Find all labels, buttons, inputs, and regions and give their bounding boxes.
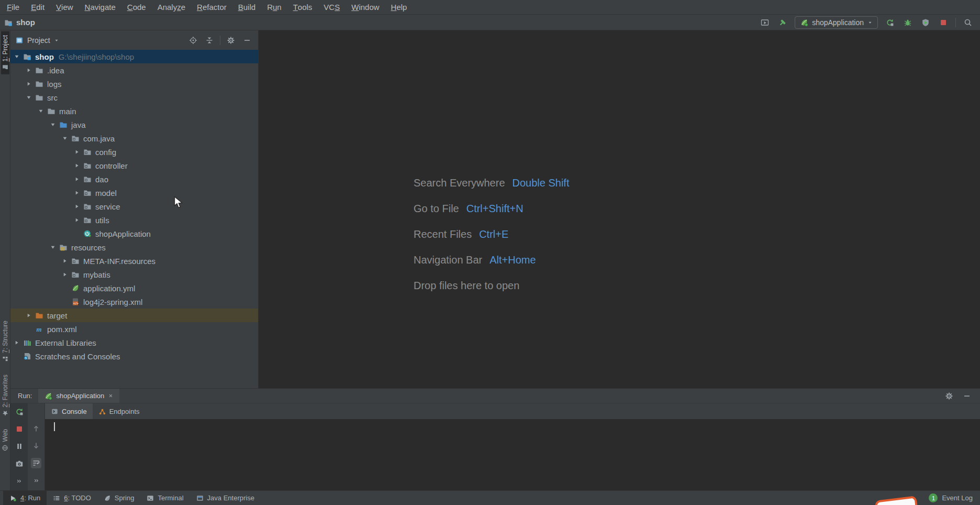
soft-wrap-toggle[interactable] [31, 458, 41, 468]
stop-process-button[interactable] [14, 424, 25, 434]
package-icon [83, 202, 92, 211]
statusbar-terminal[interactable]: Terminal [140, 491, 190, 505]
hide-panel-icon[interactable] [241, 35, 253, 46]
tree-item-shop[interactable]: shopG:\shejiing\shop\shop [10, 50, 258, 63]
stripe-item-web[interactable]: Web [1, 425, 9, 455]
tree-item-java[interactable]: java [10, 118, 258, 131]
select-opened-file-icon[interactable] [187, 35, 199, 46]
menu-help[interactable]: Help [385, 0, 413, 14]
run-button[interactable] [884, 17, 896, 28]
menu-navigate[interactable]: Navigate [79, 0, 121, 14]
tree-item-config[interactable]: config [10, 145, 258, 159]
console-output[interactable] [45, 419, 980, 490]
tree-item-external-libraries[interactable]: External Libraries [10, 336, 258, 349]
collapsed-arrow-icon[interactable] [73, 175, 81, 183]
debug-button[interactable] [902, 17, 914, 28]
collapse-all-icon[interactable] [204, 35, 215, 46]
stop-button[interactable] [938, 17, 949, 28]
tree-item-shopapplication[interactable]: shopApplication [10, 227, 258, 240]
collapsed-arrow-icon[interactable] [73, 161, 81, 170]
stripe-item-1-project[interactable]: 1: Project [1, 31, 9, 74]
tab-endpoints[interactable]: Endpoints [93, 403, 146, 419]
tree-item-service[interactable]: service [10, 200, 258, 213]
expanded-arrow-icon[interactable] [49, 243, 57, 251]
collapsed-arrow-icon[interactable] [13, 338, 21, 347]
run-with-coverage-button[interactable] [920, 17, 931, 28]
statusbar-java-enterprise[interactable]: Java Enterprise [190, 491, 261, 505]
toolwindow-bars-icon[interactable] [759, 17, 771, 28]
expanded-arrow-icon[interactable] [13, 52, 21, 61]
hide-run-panel-icon[interactable] [961, 390, 973, 402]
up-stack-trace-icon[interactable] [31, 423, 41, 434]
collapsed-arrow-icon[interactable] [73, 202, 81, 211]
tree-item-log4j2-spring-xml[interactable]: </>log4j2-spring.xml [10, 295, 258, 309]
build-project-icon[interactable] [777, 17, 788, 28]
tree-item-logs[interactable]: logs [10, 77, 258, 91]
tree-item-controller[interactable]: controller [10, 159, 258, 172]
terminal-icon [147, 495, 154, 502]
pause-output-button[interactable] [14, 441, 25, 452]
tree-item-idea[interactable]: .idea [10, 63, 258, 77]
run-settings-gear-icon[interactable] [943, 390, 955, 402]
settings-gear-icon[interactable] [225, 35, 237, 46]
menu-refactor[interactable]: Refactor [191, 0, 232, 14]
chevron-down-icon[interactable] [54, 38, 59, 43]
menu-tools[interactable]: Tools [287, 0, 318, 14]
collapsed-arrow-icon[interactable] [73, 216, 81, 224]
run-tab-shopapplication[interactable]: shopApplication [38, 389, 119, 403]
tab-console[interactable]: Console [45, 403, 93, 419]
menu-analyze[interactable]: Analyze [152, 0, 191, 14]
menu-window[interactable]: Window [346, 0, 385, 14]
statusbar-6-todo[interactable]: 6: TODO [47, 491, 97, 505]
tree-item-application-yml[interactable]: application.yml [10, 281, 258, 295]
libraries-icon [23, 338, 32, 347]
more-actions-icon[interactable] [14, 476, 25, 486]
thread-dump-icon[interactable] [14, 458, 25, 469]
tree-item-label: External Libraries [35, 338, 96, 347]
menu-vcs[interactable]: VCS [318, 0, 346, 14]
breadcrumb[interactable]: shop [4, 18, 35, 27]
menu-edit[interactable]: Edit [25, 0, 50, 14]
expanded-arrow-icon[interactable] [49, 120, 57, 129]
menu-run[interactable]: Run [261, 0, 287, 14]
menu-view[interactable]: View [50, 0, 79, 14]
tree-item-model[interactable]: model [10, 186, 258, 200]
search-everywhere-icon[interactable] [962, 17, 974, 28]
stripe-item-7-structure[interactable]: 7: Structure [1, 317, 9, 366]
down-stack-trace-icon[interactable] [31, 441, 41, 451]
collapsed-arrow-icon[interactable] [73, 148, 81, 156]
statusbar-4-run[interactable]: 4: Run [3, 491, 47, 505]
menu-file[interactable]: File [1, 0, 25, 14]
expanded-arrow-icon[interactable] [37, 107, 45, 115]
tree-item-com-java[interactable]: com.java [10, 131, 258, 145]
run-configuration-select[interactable]: shopApplication [795, 16, 878, 29]
rerun-button[interactable] [14, 407, 25, 417]
tree-item-main[interactable]: main [10, 104, 258, 118]
breadcrumb-project-name[interactable]: shop [16, 18, 35, 27]
tree-item-utils[interactable]: utils [10, 213, 258, 227]
collapsed-arrow-icon[interactable] [61, 257, 69, 265]
tree-item-dao[interactable]: dao [10, 172, 258, 186]
stripe-item-2-favorites[interactable]: 2: Favorites [1, 371, 9, 420]
statusbar-spring[interactable]: Spring [97, 491, 141, 505]
more-actions-icon[interactable] [31, 475, 41, 486]
collapsed-arrow-icon[interactable] [25, 80, 33, 88]
menu-build[interactable]: Build [232, 0, 261, 14]
expanded-arrow-icon[interactable] [61, 134, 69, 142]
tree-item-target[interactable]: target [10, 309, 258, 322]
collapsed-arrow-icon[interactable] [25, 311, 33, 320]
event-log-button[interactable]: 1 Event Log [929, 491, 973, 505]
tree-item-scratches-and-consoles[interactable]: Scratches and Consoles [10, 349, 258, 363]
tree-item-resources[interactable]: resources [10, 240, 258, 254]
menu-code[interactable]: Code [121, 0, 152, 14]
expanded-arrow-icon[interactable] [25, 93, 33, 102]
project-panel-title[interactable]: Project [27, 36, 50, 45]
tree-item-pom-xml[interactable]: mpom.xml [10, 322, 258, 336]
tree-item-src[interactable]: src [10, 91, 258, 104]
tree-item-mybatis[interactable]: mybatis [10, 268, 258, 281]
tree-item-meta-inf-resources[interactable]: META-INF.resources [10, 254, 258, 268]
collapsed-arrow-icon[interactable] [73, 189, 81, 197]
close-icon[interactable] [108, 393, 114, 399]
collapsed-arrow-icon[interactable] [61, 270, 69, 279]
collapsed-arrow-icon[interactable] [25, 66, 33, 74]
